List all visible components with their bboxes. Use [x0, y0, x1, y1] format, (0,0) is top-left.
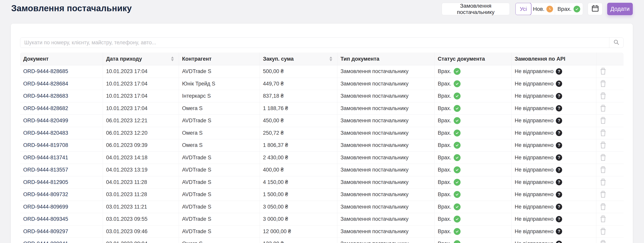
column-header-purchase-sum: Закуп. сума	[260, 52, 337, 65]
document-link[interactable]: ORD-9444-813741	[23, 154, 68, 161]
delete-button[interactable]	[600, 215, 606, 223]
document-type-cell: Замовлення постачальнику	[337, 127, 434, 139]
arrival-date-cell: 10.01.2023 17:04	[103, 90, 179, 102]
arrival-date-cell: 04.01.2023 13:19	[103, 164, 179, 176]
delete-button[interactable]	[600, 203, 606, 211]
question-circle-icon[interactable]: ?	[556, 68, 562, 75]
trash-icon	[600, 178, 606, 186]
api-order-cell: Не відправлено ?	[512, 66, 596, 78]
document-link[interactable]: ORD-9444-813557	[23, 167, 68, 173]
arrival-date-cell: 04.01.2023 11:28	[103, 176, 179, 188]
trash-icon	[600, 92, 606, 100]
search-input[interactable]	[20, 38, 609, 48]
actions-cell	[596, 238, 624, 243]
delete-button[interactable]	[600, 190, 606, 199]
question-circle-icon[interactable]: ?	[556, 130, 562, 136]
delete-button[interactable]	[600, 240, 606, 243]
document-link[interactable]: ORD-9444-828684	[23, 81, 68, 87]
delete-button[interactable]	[600, 141, 606, 150]
sort-icon[interactable]	[329, 56, 332, 61]
question-circle-icon[interactable]: ?	[556, 154, 562, 161]
document-cell: ORD-9444-828683	[20, 90, 103, 102]
question-circle-icon[interactable]: ?	[556, 204, 562, 210]
document-link[interactable]: ORD-9444-828685	[23, 68, 68, 74]
search-button[interactable]	[609, 38, 623, 48]
document-link[interactable]: ORD-9444-820483	[23, 130, 68, 136]
question-circle-icon[interactable]: ?	[556, 228, 562, 234]
question-circle-icon[interactable]: ?	[556, 142, 562, 148]
delete-button[interactable]	[600, 154, 606, 162]
check-circle-icon	[454, 92, 460, 100]
question-circle-icon[interactable]: ?	[556, 80, 562, 87]
table-body: ORD-9444-828685 10.01.2023 17:04 AVDTrad…	[20, 66, 624, 243]
question-circle-icon[interactable]: ?	[556, 118, 562, 124]
delete-button[interactable]	[600, 116, 606, 125]
column-header-counterparty: Контрагент	[179, 52, 260, 65]
document-cell: ORD-9444-809345	[20, 213, 103, 225]
document-link[interactable]: ORD-9444-828682	[23, 105, 68, 112]
add-button[interactable]: Додати	[607, 3, 633, 15]
delete-button[interactable]	[600, 104, 606, 113]
api-order-cell: Не відправлено ?	[512, 102, 596, 114]
column-header-arrival-date: Дата приходу	[103, 52, 179, 65]
table-row: ORD-9444-828683 10.01.2023 17:04 Інтерка…	[20, 90, 624, 102]
table-row: ORD-9444-809732 03.01.2023 11:28 AVDTrad…	[20, 188, 624, 201]
purchase-sum-cell: 449,70 ₴	[260, 78, 337, 90]
question-circle-icon[interactable]: ?	[556, 192, 562, 198]
question-circle-icon[interactable]: ?	[556, 241, 562, 243]
filter-tab-accounted[interactable]: Врах.	[555, 3, 582, 15]
purchase-sum-cell: 400,00 ₴	[260, 164, 337, 176]
table-row: ORD-9444-828684 10.01.2023 17:04 Юнік Тр…	[20, 78, 624, 90]
filter-tab-new[interactable]: Нов.	[531, 3, 555, 15]
filter-tab-all[interactable]: Усі	[515, 3, 532, 15]
question-circle-icon[interactable]: ?	[556, 105, 562, 112]
trash-icon	[600, 240, 606, 243]
delete-button[interactable]	[600, 227, 606, 236]
document-cell: ORD-9444-813557	[20, 164, 103, 176]
question-circle-icon[interactable]: ?	[556, 179, 562, 185]
document-type-cell: Замовлення постачальнику	[337, 213, 434, 225]
document-status-cell: Врах.	[434, 90, 512, 102]
document-link[interactable]: ORD-9444-809345	[23, 216, 68, 222]
purchase-sum-cell: 250,72 ₴	[260, 127, 337, 139]
clock-icon	[546, 6, 553, 12]
delete-button[interactable]	[600, 129, 606, 137]
trash-icon	[600, 80, 606, 88]
trash-icon	[600, 166, 606, 174]
delete-button[interactable]	[600, 92, 606, 100]
question-circle-icon[interactable]: ?	[556, 93, 562, 99]
purchase-sum-cell: 12 000,00 ₴	[260, 226, 337, 238]
arrival-date-cell: 03.01.2023 09:04	[103, 238, 179, 243]
document-type-cell: Замовлення постачальнику	[337, 188, 434, 201]
question-circle-icon[interactable]: ?	[556, 167, 562, 173]
document-link[interactable]: ORD-9444-819708	[23, 142, 68, 148]
trash-icon	[600, 203, 606, 211]
actions-cell	[596, 226, 624, 238]
column-header-actions	[596, 52, 624, 65]
sort-icon[interactable]	[171, 56, 174, 61]
document-link[interactable]: ORD-9444-809732	[23, 192, 68, 198]
document-status-cell: Врах.	[434, 176, 512, 188]
question-circle-icon[interactable]: ?	[556, 216, 562, 222]
orders-button[interactable]: Замовлення постачальнику	[442, 3, 510, 15]
calendar-icon	[591, 4, 599, 14]
delete-button[interactable]	[600, 178, 606, 186]
search-bar	[20, 38, 624, 48]
delete-button[interactable]	[600, 80, 606, 88]
api-order-cell: Не відправлено ?	[512, 188, 596, 201]
document-link[interactable]: ORD-9444-809699	[23, 204, 68, 210]
document-link[interactable]: ORD-9444-809297	[23, 228, 68, 234]
counterparty-cell: Омега S	[179, 139, 260, 152]
table-row: ORD-9444-820499 06.01.2023 12:21 AVDTrad…	[20, 114, 624, 127]
document-link[interactable]: ORD-9444-812905	[23, 179, 68, 185]
api-order-cell: Не відправлено ?	[512, 164, 596, 176]
calendar-button[interactable]	[588, 3, 602, 15]
table-row: ORD-9444-819708 06.01.2023 09:39 Омега S…	[20, 139, 624, 152]
document-type-cell: Замовлення постачальнику	[337, 66, 434, 78]
document-link[interactable]: ORD-9444-809041	[23, 241, 68, 243]
document-link[interactable]: ORD-9444-828683	[23, 93, 68, 99]
check-circle-icon	[454, 68, 460, 75]
document-link[interactable]: ORD-9444-820499	[23, 118, 68, 124]
delete-button[interactable]	[600, 67, 606, 76]
delete-button[interactable]	[600, 166, 606, 174]
